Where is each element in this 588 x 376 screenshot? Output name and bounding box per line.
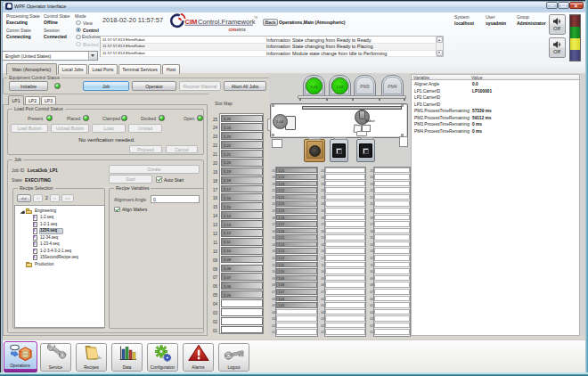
svg-text:TM: TM bbox=[254, 16, 258, 20]
svg-text:CIM: CIM bbox=[185, 18, 198, 26]
svg-text:Control.Framework: Control.Framework bbox=[198, 18, 256, 26]
svg-text:cimetrix: cimetrix bbox=[229, 27, 246, 32]
